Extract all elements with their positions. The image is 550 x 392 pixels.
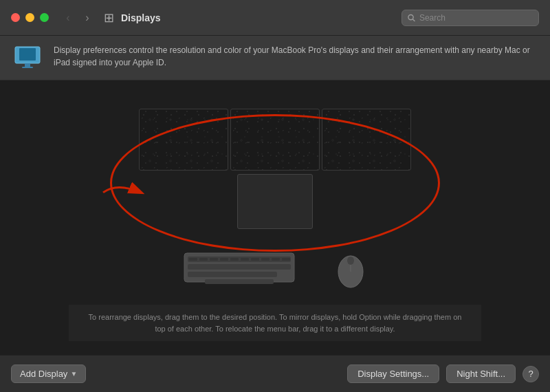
forward-button[interactable]: › [79, 10, 96, 26]
svg-rect-19 [261, 258, 270, 261]
svg-point-0 [408, 14, 413, 19]
hint-text: To rearrange displays, drag them to the … [69, 305, 481, 341]
svg-rect-4 [25, 63, 30, 67]
maximize-button[interactable] [40, 13, 49, 22]
svg-rect-3 [19, 48, 36, 61]
main-area: To rearrange displays, drag them to the … [0, 80, 550, 355]
svg-line-1 [413, 19, 415, 21]
svg-rect-16 [230, 258, 239, 261]
add-display-button[interactable]: Add Display ▼ [11, 364, 86, 383]
back-button[interactable]: ‹ [60, 10, 76, 26]
svg-rect-21 [282, 258, 290, 261]
keyboard-area [181, 250, 370, 290]
svg-rect-14 [210, 258, 218, 261]
svg-rect-5 [22, 67, 33, 68]
keyboard-illustration [181, 250, 318, 290]
svg-rect-17 [241, 258, 249, 261]
window-title: Displays [121, 12, 402, 23]
night-shift-button[interactable]: Night Shift... [446, 364, 516, 383]
search-icon [408, 14, 415, 22]
nav-buttons: ‹ › [60, 10, 96, 26]
display-canvas [14, 94, 536, 305]
monitor-icon [14, 45, 44, 72]
svg-rect-10 [188, 272, 277, 277]
info-text: Display preferences control the resoluti… [54, 44, 536, 69]
search-box[interactable] [402, 10, 539, 26]
svg-rect-20 [272, 258, 280, 261]
grid-icon[interactable]: ⊞ [104, 10, 114, 25]
close-button[interactable] [11, 13, 20, 22]
svg-rect-13 [199, 258, 208, 261]
bottom-bar: Add Display ▼ Display Settings... Night … [0, 355, 550, 392]
svg-rect-11 [205, 279, 274, 284]
info-bar: Display preferences control the resoluti… [0, 36, 550, 80]
help-button[interactable]: ? [522, 366, 539, 382]
svg-rect-12 [189, 258, 197, 261]
svg-rect-15 [220, 258, 228, 261]
add-display-label: Add Display [20, 369, 67, 379]
search-input[interactable] [419, 13, 533, 23]
svg-point-24 [347, 257, 354, 265]
display-settings-button[interactable]: Display Settings... [347, 364, 439, 383]
titlebar: ‹ › ⊞ Displays [0, 0, 550, 36]
oval-highlight [110, 114, 440, 252]
traffic-lights [11, 13, 49, 22]
svg-rect-9 [188, 264, 291, 270]
minimize-button[interactable] [25, 13, 34, 22]
mouse-illustration [332, 251, 370, 289]
svg-rect-18 [251, 258, 259, 261]
dropdown-arrow-icon: ▼ [70, 370, 77, 378]
